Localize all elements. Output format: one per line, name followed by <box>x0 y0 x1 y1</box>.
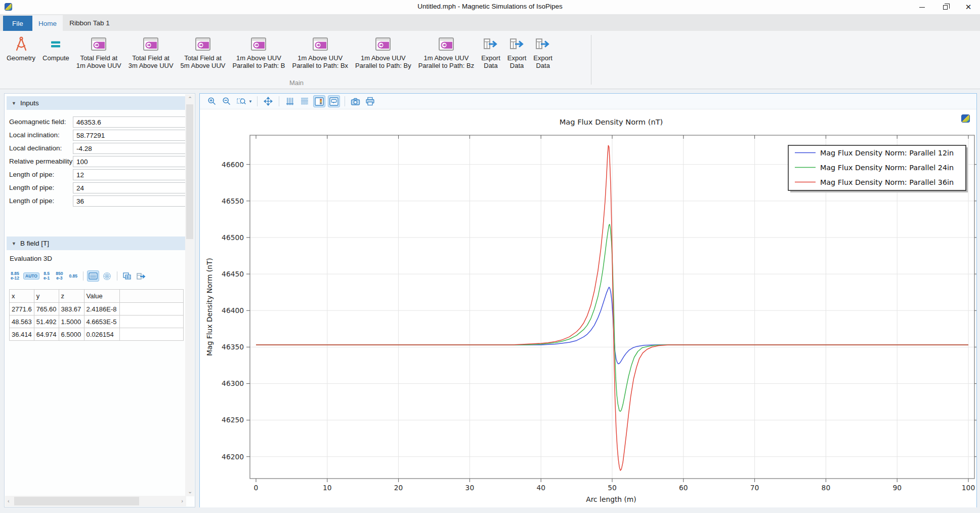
ribbon-button-label: Total Field at 5m Above UUV <box>181 54 226 70</box>
ribbon-button-total-field-at-3m-above-uuv[interactable]: Total Field at 3m Above UUV <box>125 34 177 71</box>
color-legend-toggle-button[interactable] <box>313 95 325 107</box>
tab-ribbon-tab-1[interactable]: Ribbon Tab 1 <box>63 15 116 31</box>
section-title: B field [T] <box>20 240 49 247</box>
x-tick-label: 10 <box>323 484 332 492</box>
scroll-left-icon[interactable]: ‹ <box>8 498 10 504</box>
scroll-down-icon[interactable]: ⌄ <box>188 489 192 494</box>
ribbon-button-geometry[interactable]: Geometry <box>3 34 39 63</box>
x-tick-label: 100 <box>962 484 975 492</box>
zoom-in-button[interactable] <box>206 95 218 107</box>
export-data-icon <box>509 35 525 53</box>
table-cell[interactable]: 36.414 <box>10 328 34 341</box>
table-cell[interactable] <box>119 328 183 341</box>
table-cell[interactable]: 765.60 <box>34 303 59 315</box>
section-header-inputs[interactable]: ▼ Inputs <box>7 96 186 110</box>
ribbon-button-total-field-at-5m-above-uuv[interactable]: Total Field at 5m Above UUV <box>177 34 229 71</box>
table-row[interactable]: 48.56351.4921.50004.6653E-5 <box>10 315 184 328</box>
restore-button[interactable] <box>933 0 957 14</box>
table-row[interactable]: 2771.6765.60383.672.4186E-8 <box>10 303 184 315</box>
local-inclination-field-1[interactable] <box>73 130 186 141</box>
ribbon-button-1m-above-uuv-parallel-to-path-bx[interactable]: 1m Above UUV Parallel to Path: Bx <box>289 34 352 71</box>
format-decimal-button[interactable]: 0.85 <box>67 272 79 280</box>
plot-area[interactable]: 0102030405060708090100462004625046300463… <box>200 109 976 507</box>
y-tick-label: 46400 <box>222 306 244 314</box>
table-cell[interactable]: 51.492 <box>34 315 59 328</box>
y-tick-label: 46450 <box>222 270 244 278</box>
ribbon-button-1m-above-uuv-parallel-to-path-bz[interactable]: 1m Above UUV Parallel to Path: Bz <box>415 34 478 71</box>
geomagnetic-field-field-0[interactable] <box>73 116 186 128</box>
scrollbar-thumb[interactable] <box>186 104 193 239</box>
column-header-z[interactable]: z <box>59 290 84 303</box>
copy-table-icon[interactable] <box>121 270 133 282</box>
table-cell[interactable]: 64.974 <box>34 328 59 341</box>
ribbon-button-export-data[interactable]: Export Data <box>504 34 530 71</box>
format-engineering-button[interactable]: 8.5 e-1 <box>41 270 52 282</box>
minimize-button[interactable] <box>910 0 933 14</box>
format-milli-button[interactable]: 850 e-3 <box>54 270 65 282</box>
table-cell[interactable]: 383.67 <box>59 303 84 315</box>
ribbon-button-export-data[interactable]: Export Data <box>530 34 556 71</box>
zoom-box-button[interactable] <box>235 95 247 107</box>
table-row[interactable]: 36.41464.9746.50000.026154 <box>10 328 184 341</box>
table-cell[interactable]: 1.5000 <box>59 315 84 328</box>
scroll-up-icon[interactable]: ⌃ <box>188 96 192 102</box>
export-table-icon[interactable] <box>135 270 147 282</box>
legend-entry-label: Mag Flux Density Norm: Parallel 12in <box>820 149 954 157</box>
table-cell[interactable]: 48.563 <box>10 315 34 328</box>
table-header-row: xyzValue <box>10 290 184 303</box>
close-icon: ✕ <box>965 3 972 12</box>
scroll-right-icon[interactable]: › <box>181 498 183 504</box>
settings-horizontal-scrollbar[interactable]: ‹ › <box>5 496 186 506</box>
column-header-value[interactable]: Value <box>84 290 119 303</box>
tab-home[interactable]: Home <box>32 15 63 31</box>
length-of-pipe-field-6[interactable] <box>73 195 186 207</box>
collapse-triangle-icon: ▼ <box>12 101 16 106</box>
column-header-x[interactable]: x <box>10 290 34 303</box>
x-axis-grid-button[interactable] <box>284 95 296 107</box>
plot-canvas[interactable]: 0102030405060708090100462004625046300463… <box>200 109 976 507</box>
table-cell[interactable]: 0.026154 <box>84 328 119 341</box>
ribbon-button-total-field-at-1m-above-uuv[interactable]: Total Field at 1m Above UUV <box>73 34 125 71</box>
input-row: Local inclination: <box>5 129 192 142</box>
y-axis-grid-button[interactable] <box>299 95 311 107</box>
length-of-pipe-field-5[interactable] <box>73 182 186 193</box>
local-declination-field-2[interactable] <box>73 143 186 154</box>
column-header-y[interactable]: y <box>34 290 59 303</box>
print-button[interactable] <box>364 95 376 107</box>
table-cell[interactable]: 4.6653E-5 <box>84 315 119 328</box>
geometry-icon <box>14 35 29 53</box>
settings-vertical-scrollbar[interactable]: ⌃ ⌄ <box>185 94 194 496</box>
table-cell[interactable]: 2.4186E-8 <box>84 303 119 315</box>
close-button[interactable]: ✕ <box>957 0 980 14</box>
ribbon-button-export-data[interactable]: Export Data <box>478 34 504 71</box>
column-header-empty[interactable] <box>119 290 183 303</box>
table-cell[interactable]: 2771.6 <box>10 303 34 315</box>
table-cell[interactable]: 6.5000 <box>59 328 84 341</box>
table-cell[interactable] <box>119 303 183 315</box>
ribbon-button-label: 1m Above UUV Parallel to Path: By <box>355 54 411 70</box>
ribbon-button-compute[interactable]: Compute <box>39 34 73 63</box>
snapshot-camera-button[interactable] <box>350 95 362 107</box>
polar-view-icon[interactable] <box>101 270 113 282</box>
ribbon-button-label: Export Data <box>533 54 552 70</box>
scrollbar-thumb[interactable] <box>14 497 139 505</box>
length-of-pipe-field-4[interactable] <box>73 169 186 180</box>
zoom-extents-button[interactable] <box>262 95 274 107</box>
ribbon-button-1m-above-uuv-parallel-to-path-b[interactable]: 1m Above UUV Parallel to Path: B <box>229 34 288 71</box>
zoom-out-button[interactable] <box>221 95 233 107</box>
plot-group-icon <box>91 35 107 53</box>
format-scientific-button[interactable]: 8.85 e-12 <box>9 270 21 282</box>
comsol-logo-icon[interactable] <box>961 114 970 123</box>
plot-tooltip-toggle-button[interactable] <box>328 95 340 107</box>
x-tick-label: 70 <box>750 484 759 492</box>
table-cell[interactable] <box>119 315 183 328</box>
evaluation-table: xyzValue2771.6765.60383.672.4186E-848.56… <box>9 289 184 341</box>
section-header-bfield[interactable]: ▼ B field [T] <box>7 236 186 250</box>
input-row: Length of pipe: <box>5 195 192 208</box>
table-view-icon[interactable] <box>87 270 99 282</box>
zoom-box-dropdown-icon[interactable]: ▼ <box>248 99 252 104</box>
ribbon-button-1m-above-uuv-parallel-to-path-by[interactable]: 1m Above UUV Parallel to Path: By <box>352 34 415 71</box>
format-auto-button[interactable]: AUTO <box>23 272 39 280</box>
tab-file[interactable]: File <box>3 16 32 31</box>
relative-permeability-field-3[interactable] <box>73 156 186 167</box>
